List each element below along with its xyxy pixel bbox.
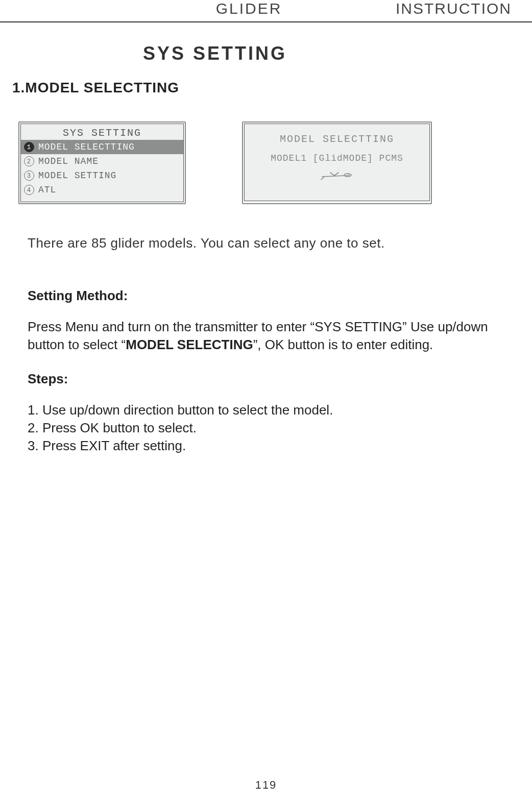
lcd1-item-3: 3 MODEL SETTING bbox=[21, 168, 183, 183]
steps-heading: Steps: bbox=[0, 371, 532, 387]
lcd2-model-line: MODEL1 [GlidMODE] PCMS bbox=[245, 150, 429, 165]
lcd1-item-4-label: ATL bbox=[38, 185, 56, 195]
setting-method-paragraph: Press Menu and turn on the transmitter t… bbox=[0, 318, 532, 354]
page-header: GLIDER INSTRUCTION bbox=[0, 0, 532, 22]
lcd1-item-3-num: 3 bbox=[24, 170, 34, 181]
steps-list: 1. Use up/down direction button to selec… bbox=[0, 401, 532, 455]
section-heading: 1.MODEL SELECTTING bbox=[0, 80, 532, 96]
lcd1-item-2-label: MODEL NAME bbox=[38, 156, 99, 166]
lcd1-item-3-label: MODEL SETTING bbox=[38, 170, 116, 181]
method-para-post: ”, OK button is to enter editing. bbox=[253, 337, 433, 352]
glider-icon bbox=[245, 165, 429, 182]
step-1: 1. Use up/down direction button to selec… bbox=[28, 401, 532, 419]
lcd1-item-1-label: MODEL SELECTTING bbox=[38, 142, 135, 152]
lcd-screen-model-selectting: MODEL SELECTTING MODEL1 [GlidMODE] PCMS bbox=[242, 121, 432, 204]
setting-method-heading: Setting Method: bbox=[0, 288, 532, 304]
header-left-label: GLIDER bbox=[10, 0, 396, 17]
lcd1-title: SYS SETTING bbox=[21, 124, 183, 140]
intro-text: There are 85 glider models. You can sele… bbox=[0, 235, 532, 252]
step-2: 2. Press OK button to select. bbox=[28, 419, 532, 437]
lcd-screenshots-row: SYS SETTING 1 MODEL SELECTTING 2 MODEL N… bbox=[0, 121, 532, 204]
lcd2-title: MODEL SELECTTING bbox=[245, 124, 429, 150]
method-para-bold: MODEL SELECTING bbox=[126, 337, 253, 352]
header-right-label: INSTRUCTION bbox=[396, 0, 522, 17]
lcd1-item-1: 1 MODEL SELECTTING bbox=[21, 140, 183, 154]
page-title: SYS SETTING bbox=[0, 43, 532, 64]
lcd-screen-sys-setting: SYS SETTING 1 MODEL SELECTTING 2 MODEL N… bbox=[18, 121, 186, 204]
page-number: 119 bbox=[0, 778, 532, 792]
lcd1-item-4: 4 ATL bbox=[21, 183, 183, 197]
lcd1-item-2-num: 2 bbox=[24, 156, 34, 166]
lcd1-item-4-num: 4 bbox=[24, 185, 34, 195]
lcd1-item-1-num: 1 bbox=[24, 142, 34, 152]
lcd1-item-2: 2 MODEL NAME bbox=[21, 154, 183, 168]
step-3: 3. Press EXIT after setting. bbox=[28, 437, 532, 455]
